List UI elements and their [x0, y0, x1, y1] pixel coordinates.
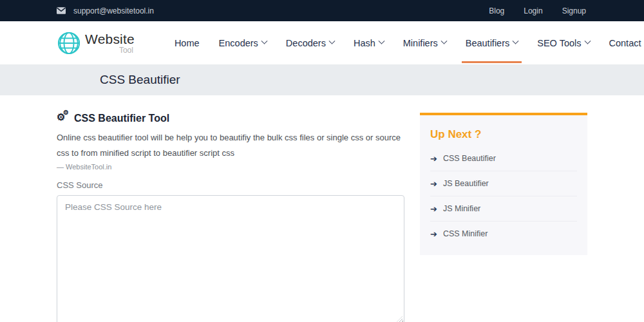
sidebar-item-label: JS Beautifier [443, 179, 489, 188]
chevron-down-icon [378, 38, 384, 44]
chevron-down-icon [328, 38, 335, 44]
chevron-down-icon [584, 38, 591, 44]
chevron-down-icon [513, 38, 519, 44]
main-column: ⚙⚙ CSS Beautifier Tool Online css beauti… [57, 113, 404, 322]
nav-item-hash[interactable]: Hash [347, 21, 390, 64]
nav-item-label: Decoders [286, 38, 326, 48]
brand-text: Website Tool [85, 32, 135, 54]
envelope-icon [57, 7, 66, 14]
nav-item-encoders[interactable]: Encoders [213, 21, 273, 64]
globe-icon [57, 31, 81, 55]
up-next-title: Up Next ? [430, 128, 577, 141]
page-title: CSS Beautifier [100, 73, 180, 87]
nav-item-label: Hash [354, 38, 375, 48]
arrow-right-icon: ➔ [430, 180, 437, 188]
sidebar-item-js-minifier[interactable]: ➔ JS Minifier [430, 196, 577, 222]
topbar-link-login[interactable]: Login [524, 6, 542, 15]
sidebar-item-css-minifier[interactable]: ➔ CSS Minifier [430, 222, 577, 246]
arrow-right-icon: ➔ [430, 205, 437, 213]
nav-item-beautifiers[interactable]: Beautifiers [459, 21, 525, 64]
css-source-textarea[interactable] [57, 195, 404, 322]
nav-item-label: Encoders [219, 38, 258, 48]
nav-item-seo-tools[interactable]: SEO Tools [531, 21, 596, 64]
topbar-links: Blog Login Signup [489, 6, 586, 15]
tool-heading: ⚙⚙ CSS Beautifier Tool [57, 113, 404, 124]
nav-item-label: Home [175, 38, 200, 48]
sidebar-item-css-beautifier[interactable]: ➔ CSS Beautifier [430, 146, 577, 171]
topbar-link-blog[interactable]: Blog [489, 6, 504, 15]
arrow-right-icon: ➔ [430, 230, 437, 238]
nav-item-decoders[interactable]: Decoders [279, 21, 341, 64]
nav-item-label: Minifiers [403, 38, 438, 48]
brand-name: Website [85, 32, 135, 46]
nav-menu: Home Encoders Decoders Hash Minifiers Be… [168, 21, 644, 64]
page-header-band: CSS Beautifier [0, 64, 644, 95]
content: ⚙⚙ CSS Beautifier Tool Online css beauti… [0, 95, 644, 322]
topbar-contact: support@websitetool.in [57, 6, 154, 15]
tool-description: Online css beautifier tool will be help … [57, 130, 404, 161]
css-source-label: CSS Source [57, 180, 404, 190]
arrow-right-icon: ➔ [430, 155, 437, 163]
attribution: — WebsiteTool.in [57, 163, 404, 171]
brand-sub: Tool [119, 46, 133, 54]
nav-item-label: SEO Tools [537, 38, 581, 48]
css-source-area-wrap [57, 195, 404, 322]
sidebar-item-label: CSS Minifier [443, 229, 488, 238]
nav-item-minifiers[interactable]: Minifiers [397, 21, 453, 64]
tool-heading-text: CSS Beautifier Tool [74, 113, 169, 124]
topbar: support@websitetool.in Blog Login Signup [0, 0, 644, 21]
chevron-down-icon [261, 38, 267, 44]
nav-item-contact[interactable]: Contact [603, 21, 644, 64]
support-email-link[interactable]: support@websitetool.in [73, 6, 154, 15]
sidebar-item-label: CSS Beautifier [443, 154, 496, 163]
up-next-sidebar: Up Next ? ➔ CSS Beautifier ➔ JS Beautifi… [420, 113, 587, 255]
sidebar-item-label: JS Minifier [443, 204, 480, 213]
topbar-link-signup[interactable]: Signup [562, 6, 586, 15]
chevron-down-icon [440, 38, 447, 44]
nav-item-label: Beautifiers [466, 38, 510, 48]
sidebar-item-js-beautifier[interactable]: ➔ JS Beautifier [430, 171, 577, 196]
brand-logo[interactable]: Website Tool [57, 31, 135, 55]
nav-item-label: Contact [609, 38, 641, 48]
navbar: Website Tool Home Encoders Decoders Hash… [0, 21, 644, 64]
nav-item-home[interactable]: Home [168, 21, 206, 64]
cogs-icon: ⚙⚙ [57, 113, 70, 124]
